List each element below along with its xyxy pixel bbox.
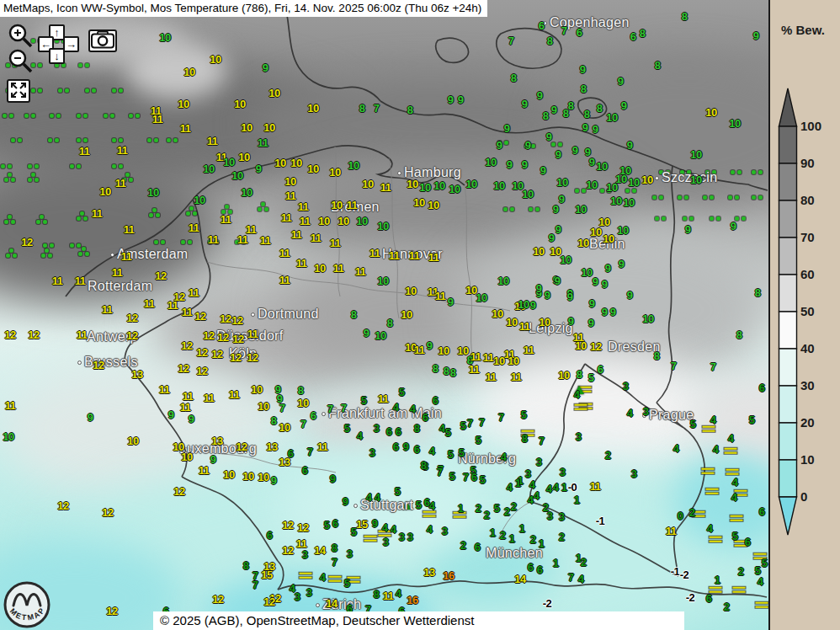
pan-right-button[interactable]: →: [63, 36, 79, 52]
temp-value: 9: [364, 327, 369, 339]
temp-value: 10: [407, 178, 417, 190]
temp-value: 1: [715, 574, 720, 586]
temp-value: 6: [745, 536, 751, 548]
temp-value: 10: [377, 275, 388, 287]
temp-value: 10: [539, 316, 550, 328]
temp-value: 2: [500, 529, 506, 542]
temp-value: 10: [642, 312, 653, 325]
temp-value: 2: [504, 505, 510, 518]
temp-value: 10: [413, 196, 424, 209]
temp-value: 5: [399, 386, 405, 398]
temp-value: 11: [483, 351, 494, 364]
temp-value: 10: [433, 179, 444, 192]
temp-value: 10: [690, 148, 701, 161]
temp-value: 8: [351, 308, 357, 321]
temp-value: 9: [602, 278, 608, 291]
temp-value: 9: [602, 306, 608, 318]
temp-value: 9: [627, 139, 633, 152]
temp-value: 11: [666, 525, 677, 537]
temp-value: 10: [99, 185, 110, 198]
temp-value: 5: [395, 485, 401, 498]
temp-value: 5: [690, 418, 696, 430]
temp-value: 6: [539, 19, 545, 32]
temp-value: 11: [409, 249, 420, 262]
temp-value: 4: [627, 407, 633, 419]
temp-value: 4: [396, 587, 401, 600]
temp-value: 7: [467, 417, 473, 430]
temp-value: 10: [194, 194, 205, 206]
temp-value: 9: [589, 156, 595, 168]
temp-value: 10: [238, 151, 249, 163]
temp-value: 11: [519, 320, 530, 333]
temp-value: 10: [558, 369, 569, 382]
screenshot-button[interactable]: [88, 29, 117, 52]
temp-value: 3: [643, 405, 649, 418]
legend-tick-label: 60: [800, 267, 834, 282]
temp-value: 9: [448, 93, 454, 106]
temp-value: 10: [575, 339, 586, 352]
temp-value: 9: [448, 296, 454, 308]
temp-value: 12: [230, 351, 241, 364]
temp-value: 10: [258, 400, 268, 413]
temp-value: 13: [131, 368, 142, 381]
temp-value: 11: [182, 306, 193, 318]
temp-value: 11: [207, 135, 218, 147]
temp-value: 12: [196, 365, 207, 377]
temp-value: 11: [121, 250, 132, 263]
temp-value: 10: [615, 173, 626, 185]
temp-value: 10: [178, 98, 189, 110]
temp-value: 9: [545, 289, 550, 302]
temp-value: 12: [126, 329, 137, 342]
temp-value: 10: [497, 275, 508, 287]
temp-value: 10: [506, 316, 517, 328]
temp-value: 8: [433, 362, 439, 375]
temp-value: 6: [598, 363, 603, 376]
temp-value: 11: [112, 266, 123, 279]
temp-value: 8: [444, 365, 449, 377]
temp-value: 4: [501, 451, 507, 463]
weather-map[interactable]: CopenhagenSzczecinHamburgBremenHannoverB…: [0, 0, 768, 630]
temp-value: 7: [710, 360, 716, 373]
temp-value: 4: [528, 494, 534, 506]
temp-value: 9: [605, 262, 611, 275]
temp-value: 10: [641, 174, 652, 186]
temp-value: 12: [196, 346, 207, 359]
temp-value: 5: [459, 446, 465, 459]
temp-value: 4: [673, 442, 679, 455]
temp-value: 14: [326, 597, 337, 610]
temp-value: 12: [194, 310, 205, 323]
temp-value: 10: [258, 471, 268, 483]
temp-value: 11: [5, 399, 16, 412]
temp-value: 9: [530, 299, 536, 312]
temp-value: 10: [485, 156, 496, 168]
temp-value: 4: [728, 432, 734, 445]
temp-value: 4: [439, 422, 445, 435]
temp-value: 14: [314, 544, 325, 557]
temp-value: 10: [375, 329, 385, 342]
temp-value: 13: [423, 566, 434, 579]
temp-value: 12: [203, 329, 214, 342]
temp-value: 10: [183, 66, 194, 78]
temp-value: 11: [369, 247, 380, 259]
temp-value: 16: [407, 594, 417, 606]
temp-value: 11: [92, 207, 103, 220]
pan-down-button[interactable]: ↓: [49, 48, 65, 64]
temp-value: 10: [356, 215, 367, 227]
temp-value: 11: [77, 328, 88, 341]
temp-value: 6: [475, 541, 481, 553]
temp-value: 8: [450, 366, 456, 379]
temp-value: 12: [231, 314, 242, 327]
temp-value: 10: [581, 266, 592, 279]
temp-value: 1: [490, 526, 496, 539]
temp-value: 2: [559, 531, 565, 543]
temp-value: 6: [386, 425, 392, 438]
fullscreen-button[interactable]: [7, 79, 30, 103]
temp-value: 4: [391, 523, 396, 536]
temp-value: 8: [414, 422, 420, 435]
temp-value: 9: [403, 440, 409, 453]
temp-value: 10: [586, 179, 597, 191]
temp-value: 10: [419, 181, 430, 194]
zoom-out-button[interactable]: [8, 49, 34, 77]
temp-value: 10: [318, 215, 329, 227]
temp-value: 2: [543, 501, 549, 514]
